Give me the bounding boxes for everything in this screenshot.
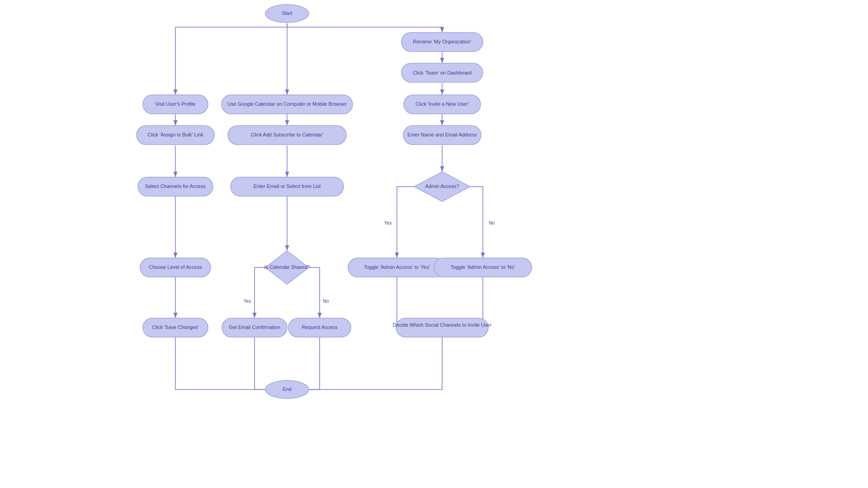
arrow-start-visit (175, 23, 287, 95)
arrow-getemailconf-end (255, 337, 277, 389)
arrow-iscal-yes (255, 267, 274, 318)
add-subscribe-label: Click Add Subscribe to Calendar' (251, 132, 323, 137)
arrow-decide-end (297, 337, 442, 389)
click-team-label: Click 'Team' on Dashboard (413, 70, 472, 75)
toggle-no-label: Toggle 'Admin Access' to 'No' (451, 264, 515, 270)
enter-name-email-label: Enter Name and Email Address (407, 132, 477, 137)
assign-bulk-label: Click 'Assign in Bulk' Link (147, 132, 203, 137)
toggle-yes-label: Toggle 'Admin Access' to 'Yes' (364, 264, 430, 270)
select-channels-label: Select Channels for Access (145, 183, 206, 189)
admin-yes-label: Yes (384, 221, 392, 225)
admin-no-label: No (489, 221, 495, 225)
visit-profile-label: Visit User's Profile (156, 101, 196, 107)
arrow-admin-no (458, 187, 483, 258)
arrow-start-rename (287, 23, 442, 33)
cal-yes-label: Yes (244, 299, 251, 304)
use-google-cal-label: Use Google Calendar on Computer or Mobil… (227, 101, 347, 107)
save-changes-label: Click 'Save Changes' (152, 324, 198, 330)
arrow-admin-yes (397, 187, 426, 258)
get-email-conf-label: Get Email Confirmation (229, 324, 280, 330)
choose-level-label: Choose Level of Access (149, 264, 202, 270)
click-invite-label: Click 'Invite a New User' (415, 101, 469, 107)
end-label: End (283, 386, 292, 392)
enter-email-label: Enter Email or Select from List (254, 183, 321, 189)
cal-no-label: No (323, 299, 329, 304)
is-cal-shared-label: Is Calendar Shared? (264, 264, 310, 270)
arrow-iscal-no (300, 267, 320, 318)
arrow-save-end (175, 337, 277, 389)
start-label: Start (282, 10, 292, 16)
admin-access-label: Admin Access? (425, 183, 459, 189)
request-access-label: Request Access (302, 324, 338, 330)
arrow-requestaccess-end (297, 337, 320, 389)
rename-org-label: Rename 'My Organization' (413, 39, 472, 44)
decide-social-node (396, 318, 488, 337)
decide-social-label: Decide Which Social Channels to Invite U… (393, 322, 492, 328)
